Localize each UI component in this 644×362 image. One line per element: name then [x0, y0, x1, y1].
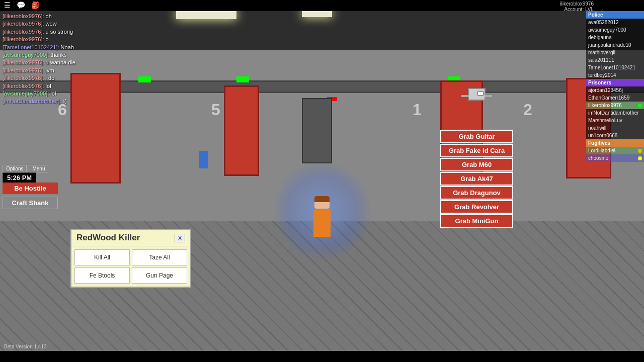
fe-btools-button[interactable]: Fe Btools [74, 267, 130, 284]
lb-player-choo: choosine [586, 154, 644, 162]
police-header: Police [586, 11, 644, 19]
grab-ak47-button[interactable]: Grab Ak47 [440, 172, 513, 186]
chat-entry-1: [ilikeroblox9976]: oh [3, 13, 103, 20]
drone-arm-right [485, 95, 492, 97]
grab-menu: Grab Guitar Grab Fake Id Cara Grab M60 G… [440, 130, 513, 228]
player-aura [272, 161, 372, 261]
chat-entry-12: [imNotDanidambrother]: :( [3, 98, 103, 105]
yellow-dot [638, 156, 642, 160]
clock-display: 5:26 PM [3, 172, 36, 183]
character-body [309, 196, 335, 236]
char-torso [313, 210, 331, 226]
black-bar-bottom [0, 351, 644, 362]
lb-player-turd: turdboy2014 [586, 71, 644, 79]
chat-entry-5: [TameLonet10102421]: Noah [3, 44, 103, 51]
door-5 [224, 85, 259, 176]
chat-entry-7: [ilikeroblox9976]: u wanna die [3, 59, 103, 66]
ceiling-light-2 [302, 10, 332, 17]
lb-player-ajordan: ajordan123456j [586, 86, 644, 94]
fugitive-header: Fugitives [586, 139, 644, 147]
orange-dot [638, 149, 642, 153]
bag-icon[interactable]: 🎒 [31, 1, 40, 9]
taze-all-button[interactable]: Taze All [132, 249, 187, 265]
grab-m60-button[interactable]: Grab M60 [440, 158, 513, 171]
grab-revolver-button[interactable]: Grab Revolver [440, 200, 513, 214]
drone-body [468, 88, 486, 101]
redwood-title: RedWood Killer [76, 233, 140, 243]
chat-icon[interactable]: 💬 [17, 1, 25, 9]
lb-player-ilikeroblox: ilikeroblox9976 [586, 102, 644, 109]
gun-page-button[interactable]: Gun Page [132, 267, 187, 284]
redwood-grid: Kill All Taze All Fe Btools Gun Page [71, 246, 190, 287]
topbar-user: ilikeroblox9976 Account: LVL [560, 1, 594, 12]
options-button[interactable]: Options [3, 165, 27, 172]
green-dot [638, 104, 642, 108]
redwood-close-button[interactable]: X [175, 234, 185, 242]
redwood-panel: RedWood Killer X Kill All Taze All Fe Bt… [70, 229, 191, 288]
drone-arm-left [461, 95, 469, 97]
blue-panel [199, 151, 208, 168]
lb-player-ethan: EthanGamerr1659 [586, 94, 644, 102]
door-number-5: 5 [211, 101, 220, 119]
lb-player-lord: LordHabdiel [586, 147, 644, 154]
beta-version: Beta Version 1.413 [4, 344, 47, 349]
drone-eye [477, 92, 484, 96]
chat-entry-6: [awsumeguy7000]: thanks [3, 51, 103, 59]
ceiling-light-1 [176, 10, 236, 19]
grab-minigun-button[interactable]: Grab MiniGun [440, 214, 513, 228]
grab-fake-id-button[interactable]: Grab Fake Id Cara [440, 144, 513, 157]
redwood-title-bar: RedWood Killer X [71, 230, 190, 246]
drone [463, 88, 491, 108]
lb-player-noah: noahwill [586, 124, 644, 132]
door-number-1: 1 [413, 101, 422, 119]
green-indicator-1 [138, 76, 151, 82]
chat-entry-9: [ilikeroblox9976]: i do [3, 74, 103, 82]
topbar-icons: ☰ 💬 🎒 [4, 1, 40, 9]
chat-log: [ilikeroblox9976]: oh [ilikeroblox9976]:… [3, 13, 103, 106]
chat-entry-11: [awsumeguy7000]: lol [3, 90, 103, 98]
lb-player-math: mathlovergll [586, 49, 644, 56]
char-hair [314, 196, 330, 202]
lb-player-imnot: imNotDantidambrother [586, 109, 644, 117]
char-legs [313, 226, 331, 237]
chat-entry-3: [ilikeroblox9976]: u so strong [3, 28, 103, 36]
grab-guitar-button[interactable]: Grab Guitar [440, 130, 513, 143]
hostile-button[interactable]: Be Hostile [3, 183, 58, 194]
lb-player-unicorn: un1corn0668 [586, 132, 644, 139]
kill-all-button[interactable]: Kill All [74, 249, 130, 265]
black-bar-top [0, 0, 644, 11]
lb-player-marsh: MarshmelioLuv [586, 117, 644, 124]
char-head [314, 196, 330, 209]
chat-entry-4: [ilikeroblox9976]: o [3, 36, 103, 43]
chat-entry-8: [ilikeroblox9976]: jvm [3, 67, 103, 74]
chat-entry-10: [ilikeroblox9976]: lol [3, 82, 103, 90]
menu-button[interactable]: Menu [29, 165, 48, 172]
lb-player-ava: ava05282012 [586, 19, 644, 26]
prisoner-header: Prisoners [586, 79, 644, 86]
leaderboard: Police ava05282012 awsumeguy7000 debigau… [586, 11, 644, 162]
chat-entry-2: [ilikeroblox9976]: wow [3, 20, 103, 28]
account-label: Account: LVL [564, 7, 594, 12]
center-door [302, 98, 332, 163]
options-menu-bar: Options Menu [3, 165, 48, 172]
lb-player-awsume: awsumeguy7000 [586, 26, 644, 34]
grab-dragunov-button[interactable]: Grab Dragunov [440, 186, 513, 200]
lb-player-sala: sala201111 [586, 56, 644, 64]
player-character [272, 161, 372, 261]
lb-player-juan: juanpaulandrade10 [586, 41, 644, 49]
craft-shank-button[interactable]: Craft Shank [3, 197, 58, 209]
lb-player-tame: TameLonet10102421 [586, 64, 644, 71]
hamburger-icon[interactable]: ☰ [4, 1, 11, 9]
door-number-2: 2 [523, 101, 532, 119]
green-indicator-2 [236, 76, 249, 82]
lb-player-debi: debigauna [586, 34, 644, 41]
username-label: ilikeroblox9976 [560, 1, 594, 7]
